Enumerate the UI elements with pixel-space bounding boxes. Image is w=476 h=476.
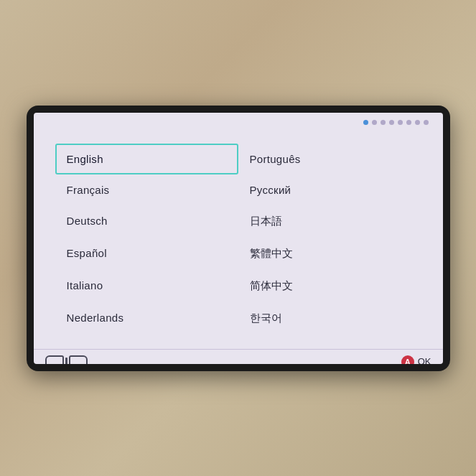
lang-francais[interactable]: Français bbox=[55, 174, 238, 205]
lang-italiano[interactable]: Italiano bbox=[55, 270, 238, 302]
lang-simplified-chinese[interactable]: 简体中文 bbox=[238, 270, 421, 302]
joycon-gap bbox=[65, 358, 67, 364]
page-dots bbox=[363, 120, 429, 125]
lang-russian[interactable]: Русский bbox=[238, 174, 421, 205]
dot-4 bbox=[389, 120, 394, 125]
lang-nederlands[interactable]: Nederlands bbox=[55, 302, 238, 335]
joycon-right bbox=[69, 355, 88, 364]
screen: English Português Français Русский Deuts… bbox=[34, 113, 443, 364]
ok-label: OK bbox=[418, 356, 431, 364]
a-button-icon: A bbox=[401, 355, 414, 364]
dot-2 bbox=[372, 120, 377, 125]
joycon-left bbox=[45, 355, 64, 364]
lang-korean[interactable]: 한국어 bbox=[238, 302, 421, 335]
lang-english[interactable]: English bbox=[55, 144, 238, 174]
language-grid: English Português Français Русский Deuts… bbox=[34, 129, 443, 349]
lang-portugues[interactable]: Português bbox=[238, 144, 421, 174]
device: English Português Français Русский Deuts… bbox=[27, 106, 450, 371]
wood-surface: English Português Français Русский Deuts… bbox=[0, 0, 476, 476]
dot-6 bbox=[406, 120, 411, 125]
dot-7 bbox=[415, 120, 420, 125]
lang-traditional-chinese[interactable]: 繁體中文 bbox=[238, 238, 421, 270]
dot-3 bbox=[381, 120, 386, 125]
lang-deutsch[interactable]: Deutsch bbox=[55, 205, 238, 238]
bottom-bar: A OK bbox=[34, 349, 443, 364]
lang-japanese[interactable]: 日本語 bbox=[238, 205, 421, 238]
dot-8 bbox=[424, 120, 429, 125]
lang-espanol[interactable]: Español bbox=[55, 238, 238, 270]
controller-icon bbox=[45, 355, 88, 364]
dot-1 bbox=[363, 120, 368, 125]
dot-5 bbox=[398, 120, 403, 125]
ok-button[interactable]: A OK bbox=[401, 355, 431, 364]
top-bar bbox=[34, 113, 443, 129]
a-label: A bbox=[405, 358, 411, 364]
